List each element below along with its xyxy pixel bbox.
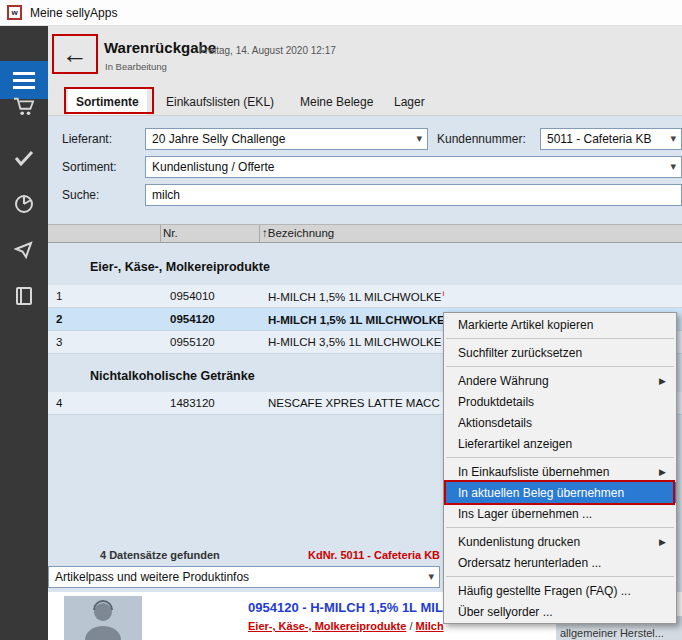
menu-item-action-details[interactable]: Aktionsdetails [444, 412, 676, 433]
column-header-bezeichnung[interactable]: ↑Bezeichnung [262, 227, 334, 239]
book-icon[interactable] [0, 280, 48, 312]
context-menu: Markierte Artikel kopieren Suchfilter zu… [443, 312, 677, 624]
article-number: 1483120 [160, 397, 259, 409]
window-title: Meine sellyApps [30, 6, 117, 20]
tab-einkaufslisten[interactable]: Einkaufslisten (EKL) [158, 89, 282, 115]
submenu-arrow-icon: ▶ [659, 376, 666, 386]
table-row[interactable]: 1 0954010 H-MILCH 1,5% 1L MILCHWOLKEi [48, 285, 682, 308]
tab-lager[interactable]: Lager [386, 89, 433, 115]
row-index: 1 [48, 290, 160, 302]
menu-separator [446, 576, 674, 577]
productinfo-value: Artikelpass und weitere Produktinfos [55, 570, 249, 584]
kundennummer-dropdown[interactable]: 5011 - Cafeteria KB ▾ [540, 128, 682, 150]
menu-item-copy-articles[interactable]: Markierte Artikel kopieren [444, 314, 676, 335]
article-name: NESCAFE XPRES LATTE MACC [259, 397, 440, 409]
column-header-nr[interactable]: Nr. [163, 227, 178, 239]
row-index: 3 [48, 336, 160, 348]
sortiment-dropdown[interactable]: Kundenlistung / Offerte ▾ [145, 156, 682, 178]
chevron-down-icon: ▾ [428, 570, 434, 583]
menu-separator [446, 366, 674, 367]
menu-item-print-customer-listing[interactable]: Kundenlistung drucken▶ [444, 531, 676, 552]
pie-chart-icon[interactable] [0, 188, 48, 220]
row-index: 4 [48, 397, 160, 409]
submenu-arrow-icon: ▶ [659, 467, 666, 477]
article-number: 0954120 [160, 313, 259, 325]
checkmark-icon[interactable] [0, 142, 48, 174]
article-number: 0954010 [160, 290, 259, 302]
article-name: H-MILCH 3,5% 1L MILCHWOLKE [259, 336, 441, 348]
menu-item-to-warehouse[interactable]: Ins Lager übernehmen ... [444, 503, 676, 524]
row-index: 2 [48, 313, 160, 325]
menu-item-show-supplier-articles[interactable]: Lieferartikel anzeigen [444, 433, 676, 454]
chevron-down-icon: ▾ [670, 160, 676, 173]
suche-label: Suche: [62, 188, 99, 202]
product-title-link[interactable]: 0954120 - H-MILCH 1,5% 1L MIL [248, 600, 443, 615]
sidebar [0, 26, 48, 640]
page-status-badge: In Bearbeitung [105, 61, 167, 72]
menu-item-to-current-document[interactable]: In aktuellen Beleg übernehmen [444, 482, 676, 503]
menu-separator [446, 457, 674, 458]
back-button[interactable]: ← [54, 36, 96, 72]
info-marker: i [442, 289, 444, 298]
chevron-down-icon: ▾ [670, 132, 676, 145]
kundennummer-value: 5011 - Cafeteria KB [547, 132, 652, 146]
page-header [48, 26, 682, 86]
menu-separator [446, 338, 674, 339]
lieferant-value: 20 Jahre Selly Challenge [152, 132, 285, 146]
menu-item-other-currency[interactable]: Andere Währung▶ [444, 370, 676, 391]
menu-item-about[interactable]: Über sellyorder ... [444, 601, 676, 622]
tab-sortimente[interactable]: Sortimente [68, 89, 147, 115]
breadcrumb-category-link[interactable]: Eier-, Käse-, Molkereiprodukte [248, 620, 406, 632]
submenu-arrow-icon: ▶ [659, 537, 666, 547]
breadcrumb: Eier-, Käse-, Molkereiprodukte / Milch [248, 620, 444, 632]
article-number: 0955120 [160, 336, 259, 348]
tag-icon[interactable] [0, 234, 48, 266]
menu-item-download-orderset[interactable]: Ordersatz herunterladen ... [444, 552, 676, 573]
article-name: H-MILCH 1,5% 1L MILCHWOLKEi [259, 312, 448, 326]
chevron-down-icon: ▾ [416, 132, 422, 145]
cart-icon[interactable] [0, 90, 48, 122]
page-date: Freitag, 14. August 2020 12:17 [199, 45, 336, 56]
breadcrumb-sub-link[interactable]: Milch [416, 620, 444, 632]
menu-item-reset-filter[interactable]: Suchfilter zurücksetzen [444, 342, 676, 363]
sortiment-value: Kundenlistung / Offerte [152, 160, 275, 174]
article-name: H-MILCH 1,5% 1L MILCHWOLKEi [259, 289, 444, 303]
productinfo-dropdown[interactable]: Artikelpass und weitere Produktinfos ▾ [48, 566, 440, 588]
sortiment-label: Sortiment: [62, 160, 117, 174]
search-input[interactable] [145, 184, 682, 206]
column-divider [160, 225, 161, 242]
tab-bar: Sortimente Einkaufslisten (EKL) Meine Be… [48, 86, 682, 116]
menu-item-to-shopping-list[interactable]: In Einkaufsliste übernehmen▶ [444, 461, 676, 482]
menu-separator [446, 527, 674, 528]
window-titlebar: w Meine sellyApps [0, 0, 682, 26]
customer-number-status: KdNr. 5011 - Cafeteria KB [308, 549, 440, 561]
lieferant-dropdown[interactable]: 20 Jahre Selly Challenge ▾ [145, 128, 428, 150]
record-count: 4 Datensätze gefunden [100, 549, 220, 561]
tab-meine-belege[interactable]: Meine Belege [292, 89, 381, 115]
lieferant-label: Lieferant: [62, 132, 112, 146]
kundennummer-label: Kundennummer: [437, 132, 526, 146]
group-header: Eier-, Käse-, Molkereiprodukte [48, 253, 682, 281]
app-icon: w [7, 5, 22, 20]
menu-item-faq[interactable]: Häufig gestellte Fragen (FAQ) ... [444, 580, 676, 601]
column-divider [259, 225, 260, 242]
breadcrumb-separator: / [409, 620, 412, 632]
menu-item-product-details[interactable]: Produktdetails [444, 391, 676, 412]
table-header[interactable]: Nr. ↑Bezeichnung [48, 224, 682, 243]
product-image [64, 596, 142, 640]
